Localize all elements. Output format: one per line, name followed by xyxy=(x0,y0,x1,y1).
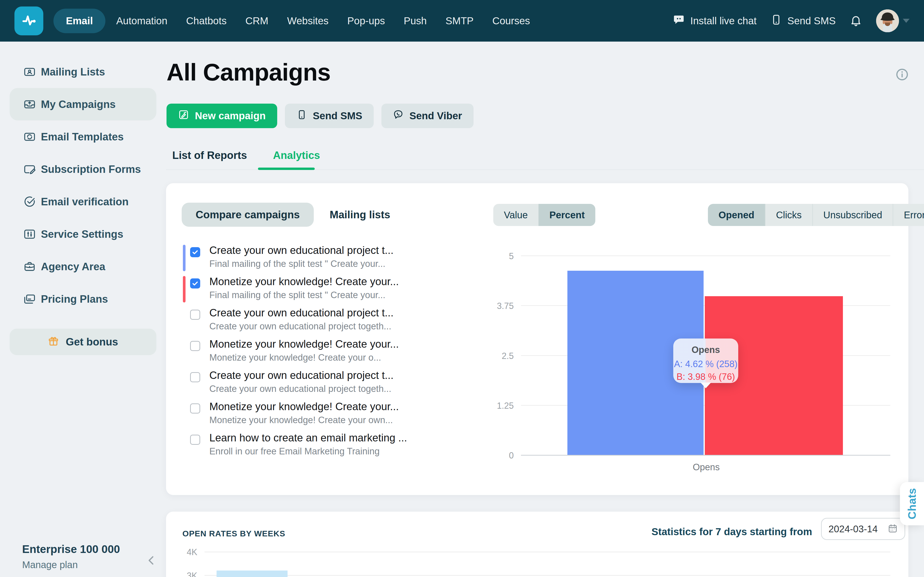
nav-item-crm[interactable]: CRM xyxy=(236,15,278,27)
nav-send-sms-label: Send SMS xyxy=(787,15,836,27)
sidebar-collapse-button[interactable] xyxy=(144,553,159,567)
campaign-title: Create your own educational project t... xyxy=(209,307,394,319)
viber-icon xyxy=(393,110,404,122)
campaign-subtitle: Monetize your knowledge! Create your o..… xyxy=(209,353,381,363)
campaign-tray-icon xyxy=(23,98,36,111)
campaign-checkbox[interactable] xyxy=(190,372,200,382)
x-axis-label: Opens xyxy=(671,462,741,472)
nav-links: Email Automation Chatbots CRM Websites P… xyxy=(53,9,540,33)
campaign-checkbox[interactable] xyxy=(190,279,200,288)
get-bonus-button[interactable]: Get bonus xyxy=(10,329,157,355)
gift-icon xyxy=(48,336,59,348)
new-campaign-button[interactable]: New campaign xyxy=(166,104,277,128)
manage-plan-link[interactable]: Manage plan xyxy=(22,559,120,570)
sidebar-item-subscription-forms[interactable]: Subscription Forms xyxy=(10,153,157,185)
campaign-checkbox[interactable] xyxy=(190,435,200,445)
campaign-subtitle: Final mailing of the split test " Create… xyxy=(209,290,386,300)
cards-icon xyxy=(23,293,36,306)
get-bonus-label: Get bonus xyxy=(66,336,118,348)
sidebar-label: Email Templates xyxy=(41,131,124,143)
notifications-bell-icon[interactable] xyxy=(850,14,862,27)
analytics-panel: Compare campaigns Mailing lists Value Pe… xyxy=(166,183,908,495)
campaign-subtitle: Create your own educational project toge… xyxy=(209,321,391,332)
pulse-icon xyxy=(20,11,38,30)
campaign-subtitle: Final mailing of the split test " Create… xyxy=(209,259,386,269)
tab-analytics[interactable]: Analytics xyxy=(267,149,326,161)
compare-campaigns-toggle[interactable]: Compare campaigns xyxy=(182,203,314,227)
mailing-lists-toggle[interactable]: Mailing lists xyxy=(320,203,400,227)
nav-item-chatbots[interactable]: Chatbots xyxy=(177,15,236,27)
nav-item-email[interactable]: Email xyxy=(53,9,105,33)
metric-opened-button[interactable]: Opened xyxy=(708,204,766,226)
campaign-checkbox[interactable] xyxy=(190,341,200,351)
nav-item-popups[interactable]: Pop-ups xyxy=(338,15,394,27)
campaign-title: Learn how to create an email marketing .… xyxy=(209,432,407,444)
nav-item-automation[interactable]: Automation xyxy=(107,15,177,27)
campaign-row: Monetize your knowledge! Create your... … xyxy=(183,275,503,306)
sidebar-label: Service Settings xyxy=(41,228,123,240)
campaign-title: Monetize your knowledge! Create your... xyxy=(209,338,399,350)
week-bar[interactable] xyxy=(216,571,288,577)
install-live-chat-button[interactable]: Install live chat xyxy=(672,13,756,28)
sidebar-label: Email verification xyxy=(41,196,129,208)
sidebar-item-email-templates[interactable]: Email Templates xyxy=(10,121,157,153)
campaign-title: Monetize your knowledge! Create your... xyxy=(209,401,399,413)
check-circle-icon xyxy=(23,195,36,208)
chevron-down-icon xyxy=(903,19,909,23)
metric-toggle: Opened Clicks Unsubscribed Errors xyxy=(708,204,924,226)
send-sms-button[interactable]: Send SMS xyxy=(285,104,374,128)
briefcase-icon xyxy=(23,260,36,273)
form-pen-icon xyxy=(23,163,36,176)
campaign-row: Monetize your knowledge! Create your... … xyxy=(183,338,503,369)
app-root: Email Automation Chatbots CRM Websites P… xyxy=(0,0,924,577)
tooltip-series-b-value: B: 3.98 % (76) xyxy=(673,372,738,382)
y-axis-tick: 2.5 xyxy=(483,351,514,361)
campaign-title: Create your own educational project t... xyxy=(209,369,394,381)
user-avatar xyxy=(876,10,899,32)
nav-item-push[interactable]: Push xyxy=(394,15,436,27)
nav-item-websites[interactable]: Websites xyxy=(278,15,338,27)
brand-logo[interactable] xyxy=(15,6,43,35)
sidebar-item-mailing-lists[interactable]: Mailing Lists xyxy=(10,56,157,88)
open-rates-panel: OPEN RATES BY WEEKS Statistics for 7 day… xyxy=(166,512,908,577)
sidebar-item-service-settings[interactable]: Service Settings xyxy=(10,218,157,250)
campaign-title: Monetize your knowledge! Create your... xyxy=(209,276,399,287)
tab-list-of-reports[interactable]: List of Reports xyxy=(166,149,253,161)
campaign-list: Create your own educational project t...… xyxy=(183,244,503,463)
phone-icon xyxy=(296,110,307,122)
unit-percent-button[interactable]: Percent xyxy=(539,204,595,226)
campaign-checkbox[interactable] xyxy=(190,403,200,414)
sidebar-item-agency-area[interactable]: Agency Area xyxy=(10,250,157,283)
sidebar-item-email-verification[interactable]: Email verification xyxy=(10,185,157,218)
metric-errors-button[interactable]: Errors xyxy=(893,204,924,226)
toggles-icon xyxy=(23,228,36,241)
y-axis-tick: 3.75 xyxy=(483,301,514,311)
nav-item-courses[interactable]: Courses xyxy=(483,15,539,27)
contact-card-icon xyxy=(23,65,36,78)
info-icon[interactable] xyxy=(895,68,909,82)
campaign-checkbox[interactable] xyxy=(190,247,200,257)
sidebar-label: Agency Area xyxy=(41,261,105,272)
campaign-checkbox[interactable] xyxy=(190,309,200,320)
account-menu[interactable] xyxy=(876,10,909,32)
chats-side-tab[interactable]: Chats xyxy=(900,482,924,525)
chart-tooltip: Opens A: 4.62 % (258) B: 3.98 % (76) xyxy=(673,338,738,383)
send-viber-button[interactable]: Send Viber xyxy=(381,104,473,128)
new-campaign-label: New campaign xyxy=(195,110,266,122)
sidebar-item-pricing-plans[interactable]: Pricing Plans xyxy=(10,283,157,315)
x-axis-line xyxy=(521,455,890,456)
metric-unsubscribed-button[interactable]: Unsubscribed xyxy=(813,204,893,226)
nav-item-smtp[interactable]: SMTP xyxy=(436,15,483,27)
metric-clicks-button[interactable]: Clicks xyxy=(766,204,813,226)
action-buttons: New campaign Send SMS Send Viber xyxy=(166,104,473,128)
tooltip-title: Opens xyxy=(673,345,738,355)
campaign-row: Monetize your knowledge! Create your... … xyxy=(183,400,503,431)
campaign-subtitle: Enroll in our free Email Marketing Train… xyxy=(209,446,380,456)
date-picker-input[interactable]: 2024-03-14 xyxy=(821,518,905,540)
main-content: All Campaigns New campaign xyxy=(166,42,924,577)
sidebar-item-my-campaigns[interactable]: My Campaigns xyxy=(10,88,157,121)
chat-bubble-icon xyxy=(672,13,685,28)
nav-send-sms-button[interactable]: Send SMS xyxy=(771,14,836,28)
unit-value-button[interactable]: Value xyxy=(493,204,539,226)
active-tab-underline xyxy=(258,168,315,170)
